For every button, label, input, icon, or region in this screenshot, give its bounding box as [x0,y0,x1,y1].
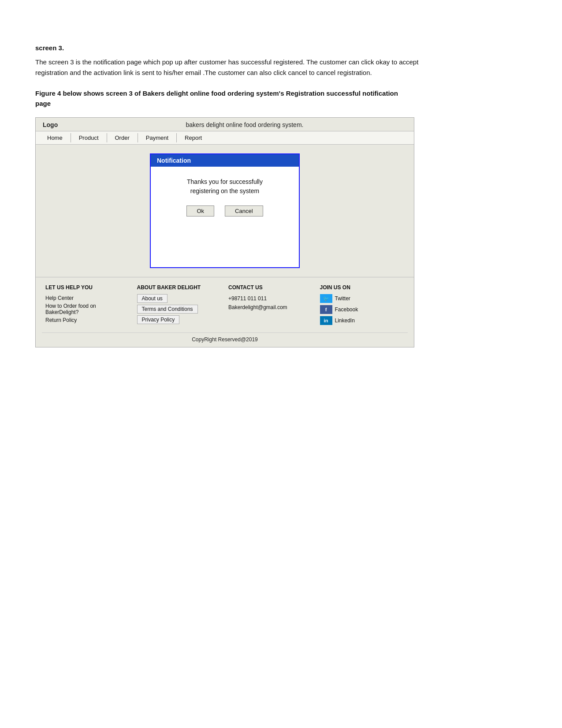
notification-dialog: Notification Thanks you for successfully… [150,153,300,268]
linkedin-icon: in [320,316,332,325]
notification-line1: Thanks you for successfully [187,178,263,185]
site-title: bakers delight online food ordering syst… [82,121,407,128]
footer-contact-phone: +98711 011 011 [228,294,313,303]
site-header: Logo bakers delight online food ordering… [36,118,414,131]
footer-help-center[interactable]: Help Center [45,294,130,302]
site-main: Notification Thanks you for successfully… [36,145,414,268]
nav-report[interactable]: Report [177,133,210,142]
footer-return-policy[interactable]: Return Policy [45,316,130,324]
cancel-button[interactable]: Cancel [225,205,263,217]
footer-privacy[interactable]: Privacy Policy [137,315,180,324]
footer-help-title: LET US HELP YOU [45,284,130,291]
nav-order[interactable]: Order [107,133,138,142]
notification-line2: registering on the system [190,187,259,194]
footer-col-social: JOIN US ON 🐦 Twitter f Facebook in Linke… [316,284,408,327]
site-nav: Home Product Order Payment Report [36,131,414,145]
footer-copyright: CopyRight Reserved@2019 [42,332,408,343]
linkedin-label: LinkedIn [335,317,355,324]
twitter-icon: 🐦 [320,294,332,303]
footer-about-us[interactable]: About us [137,294,167,303]
doc-paragraph: The screen 3 is the notification page wh… [35,57,432,78]
social-twitter[interactable]: 🐦 Twitter [320,294,405,303]
site-logo: Logo [43,121,69,128]
footer-how-to-order[interactable]: How to Order food on BakerDelight? [45,302,130,316]
notification-message: Thanks you for successfully registering … [160,177,290,196]
footer-about-title: ABOUT BAKER DELIGHT [137,284,222,291]
footer-terms[interactable]: Terms and Conditions [137,305,198,314]
notification-buttons: Ok Cancel [160,205,290,217]
notification-title-bar: Notification [151,154,299,167]
facebook-icon: f [320,305,332,314]
nav-payment[interactable]: Payment [138,133,177,142]
screen-label: screen 3. [35,44,527,52]
figure-caption: Figure 4 below shows screen 3 of Bakers … [35,89,410,108]
social-facebook[interactable]: f Facebook [320,305,405,314]
notification-body: Thanks you for successfully registering … [151,167,299,225]
screenshot-frame: Logo bakers delight online food ordering… [35,117,414,347]
footer-col-about: ABOUT BAKER DELIGHT About us Terms and C… [134,284,225,326]
ok-button[interactable]: Ok [186,205,214,217]
site-footer: LET US HELP YOU Help Center How to Order… [36,277,414,347]
facebook-label: Facebook [335,306,358,313]
footer-contact-email: Bakerdelight@gmail.com [228,303,313,312]
twitter-label: Twitter [335,295,350,302]
footer-social-title: JOIN US ON [320,284,405,291]
social-linkedin[interactable]: in LinkedIn [320,316,405,325]
nav-product[interactable]: Product [71,133,107,142]
footer-contact-title: CONTACT US [228,284,313,291]
nav-home[interactable]: Home [39,133,71,142]
footer-col-help: LET US HELP YOU Help Center How to Order… [42,284,134,324]
footer-col-contact: CONTACT US +98711 011 011 Bakerdelight@g… [225,284,316,312]
footer-columns: LET US HELP YOU Help Center How to Order… [42,284,408,327]
